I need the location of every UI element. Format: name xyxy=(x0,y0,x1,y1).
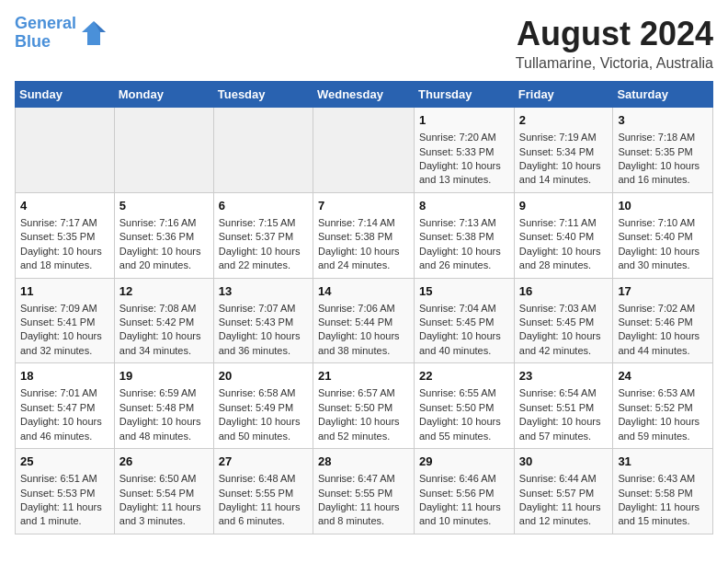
cell-text: Sunrise: 6:43 AM xyxy=(618,472,708,486)
cell-text: Sunset: 5:36 PM xyxy=(119,230,209,244)
day-number: 16 xyxy=(519,283,609,300)
cell-text: Daylight: 10 hours xyxy=(219,329,308,343)
calendar-cell: 2Sunrise: 7:19 AMSunset: 5:34 PMDaylight… xyxy=(514,108,613,193)
cell-text: Daylight: 10 hours xyxy=(618,159,708,173)
cell-text: and 44 minutes. xyxy=(618,344,708,358)
cell-text: Daylight: 10 hours xyxy=(318,245,409,259)
cell-text: Daylight: 10 hours xyxy=(419,329,509,343)
calendar-cell: 12Sunrise: 7:08 AMSunset: 5:42 PMDayligh… xyxy=(114,278,213,363)
day-number: 14 xyxy=(318,283,409,300)
cell-text: Sunrise: 7:03 AM xyxy=(519,302,609,316)
day-number: 22 xyxy=(419,368,509,385)
cell-text: Sunrise: 6:46 AM xyxy=(419,472,509,486)
cell-text: Daylight: 10 hours xyxy=(20,245,109,259)
cell-text: Daylight: 10 hours xyxy=(519,329,609,343)
day-number: 7 xyxy=(318,198,409,214)
cell-text: Sunset: 5:50 PM xyxy=(419,401,509,415)
cell-text: Sunset: 5:53 PM xyxy=(20,487,109,500)
day-number: 19 xyxy=(119,368,209,385)
cell-text: Daylight: 11 hours xyxy=(219,500,308,514)
cell-text: Sunrise: 7:07 AM xyxy=(219,302,308,316)
cell-text: and 3 minutes. xyxy=(119,514,209,528)
cell-text: Daylight: 10 hours xyxy=(20,329,109,343)
cell-text: Sunset: 5:57 PM xyxy=(519,487,609,500)
day-number: 3 xyxy=(618,112,708,129)
calendar-week-2: 4Sunrise: 7:17 AMSunset: 5:35 PMDaylight… xyxy=(16,192,713,278)
cell-text: Sunrise: 7:01 AM xyxy=(20,386,109,400)
calendar-cell: 5Sunrise: 7:16 AMSunset: 5:36 PMDaylight… xyxy=(114,192,213,278)
cell-text: Daylight: 10 hours xyxy=(618,329,708,343)
day-number: 15 xyxy=(419,283,509,300)
logo-line1: General xyxy=(15,14,76,32)
cell-text: Sunset: 5:43 PM xyxy=(219,316,308,329)
cell-text: Sunset: 5:58 PM xyxy=(618,487,708,500)
cell-text: and 36 minutes. xyxy=(219,344,308,358)
day-number: 2 xyxy=(519,112,609,129)
calendar-cell: 16Sunrise: 7:03 AMSunset: 5:45 PMDayligh… xyxy=(514,278,613,363)
cell-text: Sunset: 5:46 PM xyxy=(618,316,708,329)
day-number: 5 xyxy=(119,198,209,214)
calendar-cell xyxy=(16,108,115,193)
day-number: 28 xyxy=(318,454,409,470)
cell-text: and 28 minutes. xyxy=(519,259,609,272)
cell-text: and 16 minutes. xyxy=(618,173,708,187)
logo-text: General Blue xyxy=(15,15,76,52)
cell-text: Sunrise: 6:51 AM xyxy=(20,472,109,486)
cell-text: Sunrise: 7:10 AM xyxy=(618,216,708,230)
calendar-cell: 18Sunrise: 7:01 AMSunset: 5:47 PMDayligh… xyxy=(16,363,115,449)
cell-text: Sunset: 5:38 PM xyxy=(318,230,409,244)
day-number: 10 xyxy=(618,198,708,214)
cell-text: Daylight: 10 hours xyxy=(20,415,109,429)
cell-text: and 15 minutes. xyxy=(618,514,708,528)
day-number: 20 xyxy=(219,368,308,385)
cell-text: Sunset: 5:33 PM xyxy=(419,145,509,159)
cell-text: and 46 minutes. xyxy=(20,430,109,443)
cell-text: Sunrise: 6:47 AM xyxy=(318,472,409,486)
cell-text: and 13 minutes. xyxy=(419,173,509,187)
cell-text: Sunrise: 7:18 AM xyxy=(618,131,708,144)
cell-text: Sunset: 5:41 PM xyxy=(20,316,109,329)
cell-text: Daylight: 10 hours xyxy=(119,415,209,429)
cell-text: Sunrise: 7:14 AM xyxy=(318,216,409,230)
cell-text: Sunrise: 6:55 AM xyxy=(419,386,509,400)
calendar-table: SundayMondayTuesdayWednesdayThursdayFrid… xyxy=(15,81,713,534)
logo-line2: Blue xyxy=(15,32,51,51)
cell-text: Sunrise: 6:53 AM xyxy=(618,386,708,400)
cell-text: Daylight: 11 hours xyxy=(519,500,609,514)
title-block: August 2024 Tullamarine, Victoria, Austr… xyxy=(516,15,713,72)
cell-text: Sunrise: 6:58 AM xyxy=(219,386,308,400)
weekday-header-saturday: Saturday xyxy=(613,82,713,108)
cell-text: Sunset: 5:48 PM xyxy=(119,401,209,415)
cell-text: Daylight: 11 hours xyxy=(318,500,409,514)
cell-text: and 12 minutes. xyxy=(519,514,609,528)
calendar-cell xyxy=(313,108,414,193)
cell-text: Sunset: 5:55 PM xyxy=(318,487,409,500)
day-number: 31 xyxy=(618,454,708,470)
cell-text: Sunset: 5:35 PM xyxy=(20,230,109,244)
day-number: 24 xyxy=(618,368,708,385)
weekday-header-tuesday: Tuesday xyxy=(213,82,313,108)
main-title: August 2024 xyxy=(516,15,713,53)
cell-text: and 48 minutes. xyxy=(119,430,209,443)
calendar-cell: 24Sunrise: 6:53 AMSunset: 5:52 PMDayligh… xyxy=(613,363,713,449)
calendar-cell: 7Sunrise: 7:14 AMSunset: 5:38 PMDaylight… xyxy=(313,192,414,278)
calendar-cell xyxy=(114,108,213,193)
day-number: 25 xyxy=(20,454,109,470)
cell-text: Daylight: 11 hours xyxy=(119,500,209,514)
cell-text: Daylight: 10 hours xyxy=(419,159,509,173)
calendar-cell: 13Sunrise: 7:07 AMSunset: 5:43 PMDayligh… xyxy=(213,278,313,363)
calendar-cell: 20Sunrise: 6:58 AMSunset: 5:49 PMDayligh… xyxy=(213,363,313,449)
cell-text: Sunset: 5:40 PM xyxy=(618,230,708,244)
cell-text: and 59 minutes. xyxy=(618,430,708,443)
cell-text: Sunset: 5:54 PM xyxy=(119,487,209,500)
calendar-cell: 4Sunrise: 7:17 AMSunset: 5:35 PMDaylight… xyxy=(16,192,115,278)
calendar-cell: 15Sunrise: 7:04 AMSunset: 5:45 PMDayligh… xyxy=(415,278,515,363)
day-number: 13 xyxy=(219,283,308,300)
cell-text: Sunrise: 6:44 AM xyxy=(519,472,609,486)
cell-text: Sunset: 5:38 PM xyxy=(419,230,509,244)
weekday-header-friday: Friday xyxy=(514,82,613,108)
calendar-cell: 17Sunrise: 7:02 AMSunset: 5:46 PMDayligh… xyxy=(613,278,713,363)
day-number: 6 xyxy=(219,198,308,214)
cell-text: Sunrise: 7:08 AM xyxy=(119,302,209,316)
weekday-header-thursday: Thursday xyxy=(415,82,515,108)
